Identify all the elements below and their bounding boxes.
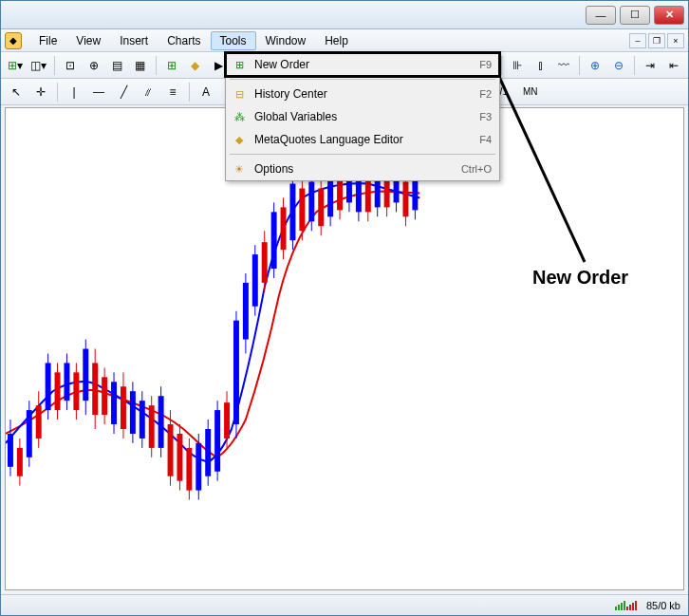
svg-rect-61: [289, 184, 295, 241]
autotrading-icon: ▶: [214, 59, 223, 72]
options-icon: ☀: [230, 161, 249, 177]
mdi-restore-button[interactable]: ❐: [648, 33, 665, 48]
vline-icon: |: [72, 85, 75, 99]
svg-rect-53: [252, 254, 258, 307]
menu-window[interactable]: Window: [256, 31, 316, 50]
trendline-button[interactable]: ╱: [112, 82, 135, 103]
svg-rect-35: [168, 424, 174, 476]
new-chart-button[interactable]: ⊞▾: [5, 55, 27, 76]
zoom-out-icon: ⊖: [614, 59, 624, 72]
terminal-icon: ▤: [112, 59, 122, 72]
svg-rect-31: [149, 405, 155, 448]
menu-tools[interactable]: Tools: [211, 31, 256, 50]
dropdown-options[interactable]: ☀ Options Ctrl+O: [226, 158, 499, 180]
svg-rect-21: [102, 377, 107, 415]
timeframe-mn-button[interactable]: MN: [516, 84, 545, 100]
window-close-button[interactable]: ✕: [654, 6, 684, 25]
svg-rect-15: [73, 372, 79, 410]
svg-rect-23: [111, 382, 117, 424]
menu-charts[interactable]: Charts: [158, 31, 210, 50]
ma-fast-line: [6, 183, 419, 461]
svg-rect-57: [271, 212, 277, 269]
dropdown-global-variables[interactable]: ⁂ Global Variables F3: [226, 105, 499, 128]
vline-button[interactable]: |: [63, 82, 85, 103]
plus-icon: ⊞: [8, 59, 17, 72]
text-button[interactable]: A: [195, 82, 217, 103]
svg-rect-39: [186, 448, 192, 491]
menu-view[interactable]: View: [66, 31, 110, 50]
dropdown-mql-editor[interactable]: ◆ MetaQuotes Language Editor F4: [226, 128, 499, 151]
globals-icon: ⁂: [230, 109, 249, 124]
dropdown-item-shortcut: Ctrl+O: [461, 163, 492, 175]
svg-rect-11: [55, 372, 61, 410]
navigator-button[interactable]: ⊕: [83, 55, 104, 76]
trendline-icon: ╱: [121, 85, 127, 99]
svg-rect-65: [308, 182, 314, 222]
menu-file[interactable]: File: [29, 31, 66, 50]
dropdown-item-label: MetaQuotes Language Editor: [254, 133, 479, 146]
new-order-button[interactable]: ⊞: [161, 55, 183, 76]
order-plus-icon: ⊞: [230, 57, 249, 72]
zoom-in-button[interactable]: ⊕: [585, 55, 606, 76]
svg-rect-3: [17, 448, 23, 476]
chart-shift-button[interactable]: ⇤: [663, 55, 685, 76]
candles-icon: ⫿: [538, 59, 544, 72]
tools-dropdown: ⊞ New Order F9 ⊟ History Center F2 ⁂ Glo…: [225, 52, 500, 181]
svg-rect-41: [196, 443, 201, 491]
svg-rect-67: [318, 189, 324, 227]
ma-slow-line: [6, 191, 419, 457]
svg-rect-47: [224, 402, 230, 439]
scroll-icon: ⇥: [645, 59, 655, 72]
crosshair-tool-button[interactable]: ✛: [29, 82, 52, 103]
crosshair-icon: ⊕: [89, 59, 99, 72]
app-icon: ◆: [5, 32, 22, 49]
statusbar: 85/0 kb: [1, 594, 688, 615]
window-maximize-button[interactable]: ☐: [620, 6, 650, 25]
zoom-out-button[interactable]: ⊖: [608, 55, 630, 76]
svg-rect-9: [46, 363, 51, 410]
window-minimize-button[interactable]: —: [586, 6, 616, 25]
menu-insert[interactable]: Insert: [110, 31, 158, 50]
app-window: — ☐ ✕ ◆ File View Insert Charts Tools Wi…: [0, 0, 689, 616]
terminal-button[interactable]: ▤: [106, 55, 128, 76]
dropdown-item-label: Global Variables: [254, 110, 479, 123]
channel-button[interactable]: ⫽: [137, 82, 159, 103]
svg-rect-13: [64, 363, 69, 401]
svg-rect-17: [83, 349, 88, 401]
bar-chart-button[interactable]: ⊪: [507, 55, 529, 76]
tester-button[interactable]: ▦: [129, 55, 151, 76]
fibo-icon: ≡: [169, 85, 176, 99]
tester-icon: ▦: [135, 59, 145, 72]
menu-help[interactable]: Help: [315, 31, 358, 50]
line-chart-button[interactable]: 〰: [553, 55, 575, 76]
svg-rect-45: [214, 410, 220, 472]
svg-rect-43: [205, 429, 211, 476]
cursor-icon: ↖: [11, 85, 21, 99]
svg-rect-7: [36, 405, 42, 439]
hline-icon: —: [93, 85, 104, 99]
cursor-button[interactable]: ↖: [5, 82, 28, 103]
svg-rect-37: [177, 434, 182, 481]
menubar: ◆ File View Insert Charts Tools Window H…: [1, 29, 688, 52]
bars-icon: ⊪: [512, 59, 522, 72]
market-watch-button[interactable]: ⊡: [60, 55, 82, 76]
auto-scroll-button[interactable]: ⇥: [640, 55, 661, 76]
mdi-close-button[interactable]: ×: [667, 33, 684, 48]
svg-rect-5: [27, 410, 32, 457]
profiles-button[interactable]: ◫▾: [28, 55, 50, 76]
channel-icon: ⫽: [142, 85, 154, 99]
svg-rect-59: [281, 207, 287, 250]
candle-chart-button[interactable]: ⫿: [530, 55, 551, 76]
svg-rect-27: [130, 391, 136, 434]
hline-button[interactable]: —: [87, 82, 110, 103]
diamond-icon: ◆: [191, 59, 199, 72]
mdi-minimize-button[interactable]: –: [629, 33, 646, 48]
dropdown-item-shortcut: F9: [479, 59, 492, 70]
dropdown-new-order[interactable]: ⊞ New Order F9: [226, 53, 499, 76]
metaeditor-button[interactable]: ◆: [184, 55, 206, 76]
dropdown-history-center[interactable]: ⊟ History Center F2: [226, 83, 499, 105]
fibo-button[interactable]: ≡: [161, 82, 184, 103]
svg-rect-25: [121, 386, 126, 429]
svg-rect-19: [92, 363, 98, 415]
titlebar: — ☐ ✕: [1, 1, 688, 29]
